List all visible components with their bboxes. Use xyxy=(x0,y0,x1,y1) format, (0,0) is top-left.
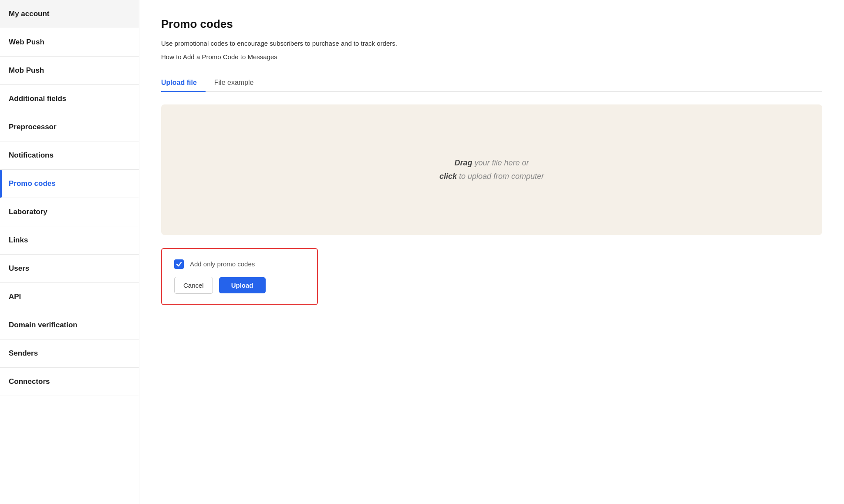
tab-upload-file[interactable]: Upload file xyxy=(161,74,206,92)
sidebar-item-api[interactable]: API xyxy=(0,283,139,311)
dropzone-text: Drag your file here or click to upload f… xyxy=(439,156,544,183)
sidebar-item-preprocessor[interactable]: Preprocessor xyxy=(0,113,139,141)
tabs: Upload fileFile example xyxy=(161,74,822,92)
drag-bold: Drag xyxy=(454,158,472,167)
checkbox-label: Add only promo codes xyxy=(190,260,255,268)
cancel-button[interactable]: Cancel xyxy=(174,277,213,294)
sidebar-item-my-account[interactable]: My account xyxy=(0,0,139,28)
sidebar-item-web-push[interactable]: Web Push xyxy=(0,28,139,57)
tab-file-example[interactable]: File example xyxy=(214,74,263,92)
click-bold: click xyxy=(439,172,457,181)
sidebar-item-connectors[interactable]: Connectors xyxy=(0,368,139,396)
page-description: Use promotional codes to encourage subsc… xyxy=(161,39,822,49)
sidebar-item-links[interactable]: Links xyxy=(0,226,139,255)
sidebar-item-users[interactable]: Users xyxy=(0,255,139,283)
promo-link[interactable]: How to Add a Promo Code to Messages xyxy=(161,53,277,60)
click-rest: to upload from computer xyxy=(457,172,544,181)
page-title: Promo codes xyxy=(161,17,822,31)
sidebar-item-notifications[interactable]: Notifications xyxy=(0,141,139,170)
main-content: Promo codes Use promotional codes to enc… xyxy=(139,0,844,504)
action-box: Add only promo codes Cancel Upload xyxy=(161,248,318,305)
sidebar-item-domain-verification[interactable]: Domain verification xyxy=(0,311,139,339)
sidebar: My accountWeb PushMob PushAdditional fie… xyxy=(0,0,139,504)
button-row: Cancel Upload xyxy=(174,277,305,294)
add-only-promo-checkbox[interactable] xyxy=(174,259,184,269)
dropzone[interactable]: Drag your file here or click to upload f… xyxy=(161,104,822,235)
upload-button[interactable]: Upload xyxy=(219,277,266,293)
sidebar-item-promo-codes[interactable]: Promo codes xyxy=(0,170,139,198)
sidebar-item-senders[interactable]: Senders xyxy=(0,339,139,368)
drag-rest: your file here or xyxy=(472,158,529,167)
sidebar-item-laboratory[interactable]: Laboratory xyxy=(0,198,139,226)
checkbox-row: Add only promo codes xyxy=(174,259,305,269)
sidebar-item-mob-push[interactable]: Mob Push xyxy=(0,57,139,85)
sidebar-item-additional-fields[interactable]: Additional fields xyxy=(0,85,139,113)
page-link: How to Add a Promo Code to Messages xyxy=(161,53,822,60)
